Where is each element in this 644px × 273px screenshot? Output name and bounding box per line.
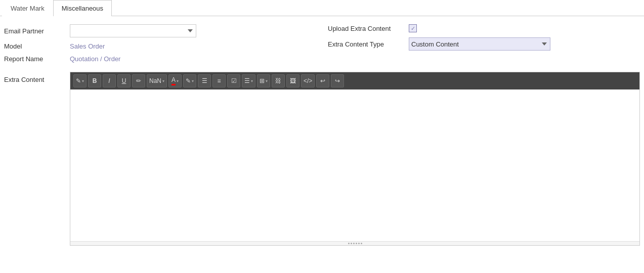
extra-content-type-label: Extra Content Type <box>328 40 409 48</box>
italic-button[interactable]: I <box>103 74 116 87</box>
model-label: Model <box>4 42 70 50</box>
underline-button[interactable]: U <box>117 74 131 87</box>
left-column: Email Partner Model Sales Order Report N… <box>4 24 318 68</box>
align-button[interactable]: ☰ ▾ <box>242 74 255 87</box>
report-name-label: Report Name <box>4 55 70 63</box>
right-column: Upload Extra Content Extra Content Type … <box>318 24 640 68</box>
extra-content-type-select[interactable]: Custom Content Template Inline <box>409 37 550 51</box>
code-button[interactable]: </> <box>301 74 315 87</box>
extra-content-label: Extra Content <box>4 72 70 83</box>
eraser-button[interactable]: ✏ <box>132 74 145 87</box>
unordered-list-button[interactable]: ☰ <box>198 74 211 87</box>
model-value: Sales Order <box>70 42 105 50</box>
extra-content-type-row: Extra Content Type Custom Content Templa… <box>328 37 640 51</box>
format-pen-button[interactable]: ✎ ▾ <box>73 74 87 87</box>
upload-extra-content-checkbox[interactable] <box>409 24 417 32</box>
font-size-button[interactable]: NaN ▾ <box>147 74 167 87</box>
model-row: Model Sales Order <box>4 42 318 50</box>
extra-content-section: Extra Content ✎ ▾ B I U ✏ <box>4 72 640 246</box>
email-partner-select[interactable] <box>70 24 196 37</box>
form-area: Email Partner Model Sales Order Report N… <box>0 16 644 254</box>
resize-handle[interactable] <box>70 241 639 245</box>
font-color-button[interactable]: A ▾ <box>168 74 182 87</box>
email-partner-row: Email Partner <box>4 24 318 37</box>
bold-button[interactable]: B <box>88 74 101 87</box>
report-name-row: Report Name Quotation / Order <box>4 55 318 63</box>
email-partner-label: Email Partner <box>4 27 70 35</box>
editor-wrapper: ✎ ▾ B I U ✏ NaN ▾ <box>70 72 640 246</box>
link-button[interactable]: ⛓ <box>272 74 285 87</box>
table-button[interactable]: ⊞ ▾ <box>257 74 270 87</box>
editor-toolbar: ✎ ▾ B I U ✏ NaN ▾ <box>70 72 639 89</box>
undo-button[interactable]: ↩ <box>316 74 329 87</box>
report-name-value: Quotation / Order <box>70 55 120 63</box>
highlight-button[interactable]: ✎ ▾ <box>183 74 196 87</box>
image-button[interactable]: 🖼 <box>286 74 299 87</box>
upload-extra-content-label: Upload Extra Content <box>328 25 409 32</box>
tab-watermark[interactable]: Water Mark <box>2 0 53 16</box>
tab-bar: Water Mark Miscellaneous <box>0 0 644 16</box>
redo-button[interactable]: ↪ <box>331 74 344 87</box>
tab-miscellaneous[interactable]: Miscellaneous <box>53 0 112 16</box>
upload-extra-content-row: Upload Extra Content <box>328 24 640 32</box>
ordered-list-button[interactable]: ≡ <box>212 74 226 87</box>
editor-content[interactable] <box>70 89 639 241</box>
checklist-button[interactable]: ☑ <box>227 74 240 87</box>
two-col-layout: Email Partner Model Sales Order Report N… <box>4 24 640 68</box>
